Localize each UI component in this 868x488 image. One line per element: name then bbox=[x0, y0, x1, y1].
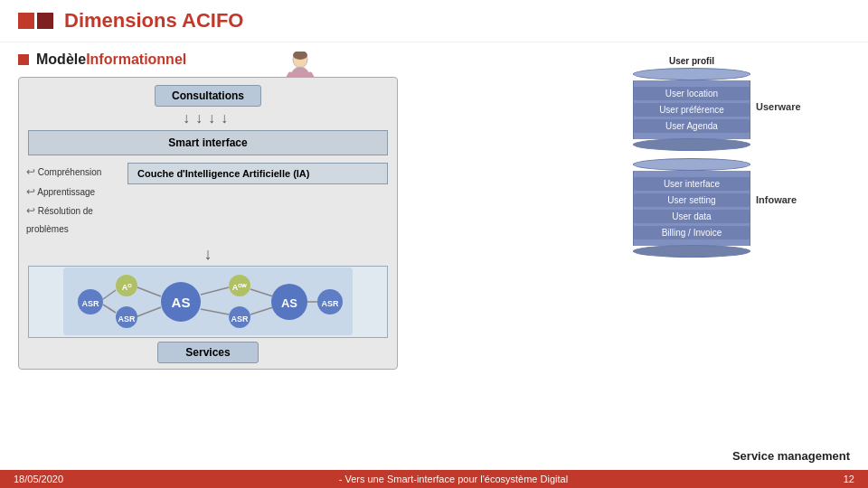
cyl-body-infoware: User interface User setting User data Bi… bbox=[633, 171, 750, 246]
footer-text: - Vers une Smart-interface pour l'écosys… bbox=[339, 474, 568, 484]
header: Dimensions ACIFO bbox=[0, 0, 868, 42]
modele-text: Modèle bbox=[36, 52, 86, 68]
modele-highlight: Informationnel bbox=[86, 52, 186, 68]
user-agenda-label: User Agenda bbox=[634, 119, 750, 133]
title-prefix: Dimensions bbox=[64, 9, 182, 32]
user-setting-label: User setting bbox=[634, 193, 750, 207]
diagram-box: Consultations ↓↓↓↓ Smart interface ↩ Com… bbox=[18, 77, 398, 370]
billing-invoice-label: Billing / Invoice bbox=[634, 226, 750, 239]
infoware-cylinder-col: User interface User setting User data Bi… bbox=[633, 158, 750, 258]
asr-network: ASR Aᴼ ASR AS Aᴼᵂ bbox=[28, 266, 388, 338]
cyl-bottom-userware bbox=[633, 138, 750, 151]
services-area: Services bbox=[19, 342, 397, 363]
user-location-label: User location bbox=[634, 87, 750, 100]
arrow-down: ↓ bbox=[19, 245, 397, 264]
page-title: Dimensions ACIFO bbox=[64, 9, 243, 33]
cyl-body-userware: User location User préférence User Agend… bbox=[633, 80, 750, 139]
list-item: ↩ Résolution de problèmes bbox=[26, 202, 120, 238]
footer: 18/05/2020 - Vers une Smart-interface po… bbox=[0, 470, 868, 488]
cyl-bottom-infoware bbox=[633, 245, 750, 258]
service-management: Service management bbox=[732, 449, 850, 463]
user-interface-label: User interface bbox=[634, 177, 750, 191]
list-item: ↩ Apprentissage bbox=[26, 183, 120, 202]
logo-square-red bbox=[18, 13, 34, 29]
logo bbox=[18, 13, 53, 29]
ai-layer: Couche d'Intelligence Artificielle (IA) bbox=[127, 163, 388, 184]
user-data-label: User data bbox=[634, 210, 750, 223]
svg-text:AS: AS bbox=[281, 296, 297, 310]
services-badge: Services bbox=[157, 342, 258, 363]
smart-interface: Smart interface bbox=[28, 130, 388, 155]
svg-text:ASR: ASR bbox=[81, 299, 99, 308]
svg-text:ASR: ASR bbox=[231, 314, 249, 324]
infoware-group: User interface User setting User data Bi… bbox=[633, 158, 850, 258]
infoware-label: Infoware bbox=[756, 194, 797, 205]
footer-page: 12 bbox=[844, 474, 854, 484]
logo-square-dark bbox=[37, 13, 53, 29]
svg-text:ASR: ASR bbox=[118, 314, 136, 324]
userware-cylinder-col: User profil User location User préférenc… bbox=[633, 56, 750, 151]
left-panel: Modèle Informationnel bbox=[18, 52, 633, 370]
cyl-top-userware bbox=[633, 68, 750, 80]
svg-text:AS: AS bbox=[172, 295, 191, 310]
consultations-area: Consultations bbox=[19, 85, 397, 107]
cyl-top-infoware bbox=[633, 158, 750, 171]
svg-text:ASR: ASR bbox=[321, 299, 339, 308]
user-preference-label: User préférence bbox=[634, 103, 750, 117]
svg-text:Aᴼᵂ: Aᴼᵂ bbox=[232, 283, 248, 292]
flow-arrows: ↓↓↓↓ bbox=[19, 110, 397, 127]
asr-svg: ASR Aᴼ ASR AS Aᴼᵂ bbox=[63, 267, 353, 335]
userware-group: User profil User location User préférenc… bbox=[633, 56, 850, 151]
title-highlight: ACIFO bbox=[182, 9, 243, 32]
userware-label: Userware bbox=[756, 101, 801, 112]
right-panel: User profil User location User préférenc… bbox=[633, 52, 850, 370]
footer-date: 18/05/2020 bbox=[14, 474, 63, 484]
list-item: ↩ Compréhension bbox=[26, 163, 120, 183]
modele-label: Modèle Informationnel bbox=[18, 52, 633, 68]
svg-text:Aᴼ: Aᴼ bbox=[122, 283, 132, 292]
user-profil-label: User profil bbox=[633, 56, 750, 66]
main-content: Modèle Informationnel bbox=[0, 42, 868, 379]
left-items: ↩ Compréhension ↩ Apprentissage ↩ Résolu… bbox=[19, 159, 127, 241]
consultations-badge: Consultations bbox=[155, 85, 261, 107]
bullet-icon bbox=[18, 54, 29, 65]
